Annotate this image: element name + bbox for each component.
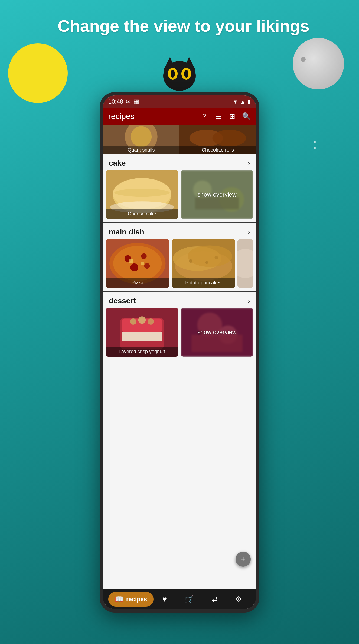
cake-grid: Cheese cake show overview <box>103 170 256 222</box>
svg-point-2 <box>163 61 196 91</box>
nav-basket-icon[interactable]: 🛒 <box>184 595 194 604</box>
cat-decoration <box>158 54 201 92</box>
help-icon[interactable]: ? <box>200 112 208 121</box>
content-area: Quark snails Chocolate rolls cake › <box>103 125 256 589</box>
status-time: 10:48 <box>108 98 123 105</box>
svg-point-36 <box>205 261 208 264</box>
dessert-category-header: dessert › <box>103 292 256 308</box>
cake-category-header: cake › <box>103 154 256 170</box>
svg-point-27 <box>130 263 138 271</box>
nav-recipes-button[interactable]: 📖 recipes <box>108 592 154 607</box>
status-left: 10:48 ✉ ▦ <box>108 98 139 105</box>
dessert-show-overview-text: show overview <box>195 326 239 339</box>
status-right: ▼ ▲ ▮ <box>233 98 251 105</box>
yellow-circle-decoration <box>8 43 68 103</box>
list-view-icon[interactable]: ☰ <box>214 112 223 121</box>
svg-point-35 <box>189 259 192 263</box>
svg-point-45 <box>138 316 146 324</box>
dessert-title: dessert <box>109 297 136 305</box>
svg-point-37 <box>214 256 218 259</box>
strip-chocolate-rolls[interactable]: Chocolate rolls <box>180 125 256 154</box>
battery-icon: ▮ <box>248 98 251 105</box>
svg-rect-43 <box>122 332 162 341</box>
svg-point-6 <box>184 70 188 78</box>
nav-recipes-icon: 📖 <box>115 595 123 603</box>
svg-point-24 <box>113 246 162 281</box>
cheese-cake-card[interactable]: Cheese cake <box>106 170 178 219</box>
main-dish-grid: Pizza Potato pancakes <box>103 239 256 291</box>
cake-title: cake <box>109 159 126 168</box>
nav-recipes-label: recipes <box>126 596 147 603</box>
app-title: recipes <box>108 112 135 121</box>
svg-point-28 <box>144 263 150 269</box>
svg-point-26 <box>141 253 147 259</box>
signal-icon: ▲ <box>240 99 246 105</box>
strip-quark-snails[interactable]: Quark snails <box>103 125 180 154</box>
quark-snails-label: Quark snails <box>103 146 180 154</box>
nav-settings-icon[interactable]: ⚙ <box>235 595 242 604</box>
partial-card <box>237 239 253 288</box>
cheese-cake-label: Cheese cake <box>106 209 178 219</box>
svg-point-9 <box>131 126 152 147</box>
page-headline: Change the view to your likings <box>58 16 301 36</box>
dessert-chevron[interactable]: › <box>248 297 250 305</box>
cake-chevron[interactable]: › <box>248 159 250 168</box>
status-bar: 10:48 ✉ ▦ ▼ ▲ ▮ <box>103 95 256 108</box>
fab-add-button[interactable]: + <box>236 552 251 567</box>
svg-point-44 <box>130 318 136 325</box>
main-dish-chevron[interactable]: › <box>248 228 250 236</box>
cake-show-overview-text: show overview <box>195 188 239 201</box>
yoghurt-card[interactable]: Layered crisp yoghurt <box>106 308 178 357</box>
svg-point-39 <box>237 249 253 278</box>
pizza-label: Pizza <box>106 278 169 288</box>
potato-pancakes-label: Potato pancakes <box>172 278 236 288</box>
top-strip: Quark snails Chocolate rolls <box>103 125 256 154</box>
nav-icons-group: ♥ 🛒 ⇄ ⚙ <box>154 595 251 604</box>
main-dish-category-header: main dish › <box>103 223 256 239</box>
chocolate-rolls-label: Chocolate rolls <box>180 146 256 154</box>
phone-screen: 10:48 ✉ ▦ ▼ ▲ ▮ recipes ? ☰ ⊞ 🔍 <box>103 95 256 609</box>
phone-frame: 10:48 ✉ ▦ ▼ ▲ ▮ recipes ? ☰ ⊞ 🔍 <box>100 92 259 613</box>
pizza-card[interactable]: Pizza <box>106 239 169 288</box>
svg-point-16 <box>114 189 169 197</box>
dots-decoration <box>314 141 316 153</box>
dessert-grid: Layered crisp yoghurt show overview <box>103 308 256 359</box>
grid-view-icon[interactable]: ⊞ <box>228 112 237 121</box>
bottom-nav: 📖 recipes ♥ 🛒 ⇄ ⚙ <box>103 589 256 609</box>
dessert-show-overview-card[interactable]: show overview <box>181 308 253 357</box>
wifi-icon: ▼ <box>233 99 238 105</box>
gmail-icon: ✉ <box>126 98 131 105</box>
yoghurt-label: Layered crisp yoghurt <box>106 347 178 357</box>
nav-shuffle-icon[interactable]: ⇄ <box>211 595 218 604</box>
app-bar: recipes ? ☰ ⊞ 🔍 <box>103 108 256 125</box>
cake-show-overview-card[interactable]: show overview <box>181 170 253 219</box>
content-spacer <box>103 359 256 589</box>
search-icon[interactable]: 🔍 <box>242 112 251 121</box>
nav-favorites-icon[interactable]: ♥ <box>162 595 167 604</box>
app-bar-actions: ? ☰ ⊞ 🔍 <box>200 112 251 121</box>
svg-point-46 <box>148 318 154 325</box>
sim-icon: ▦ <box>133 98 139 105</box>
moon-decoration <box>293 38 344 89</box>
svg-point-5 <box>171 70 175 78</box>
svg-point-34 <box>187 245 232 267</box>
svg-point-12 <box>213 130 246 147</box>
svg-point-29 <box>129 259 133 263</box>
potato-pancakes-card[interactable]: Potato pancakes <box>172 239 236 288</box>
main-dish-title: main dish <box>109 228 144 236</box>
svg-point-30 <box>141 262 144 265</box>
